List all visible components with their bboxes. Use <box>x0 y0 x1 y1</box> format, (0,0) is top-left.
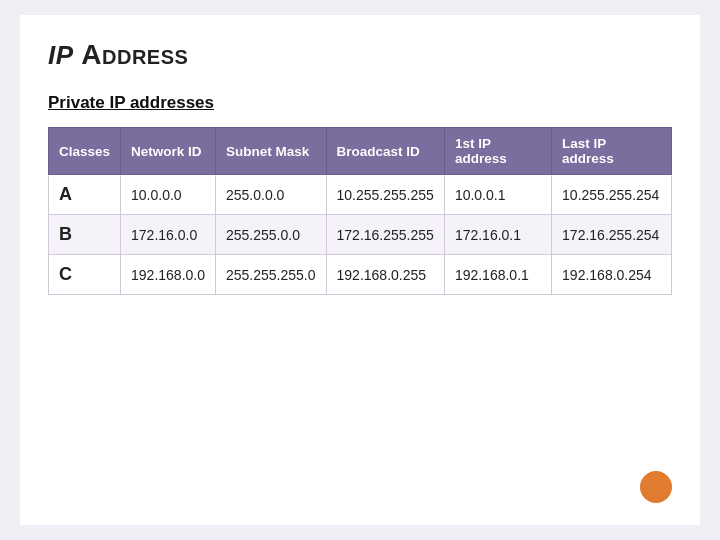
cell-first-ip: 10.0.0.1 <box>444 175 551 215</box>
cell-network-id: 10.0.0.0 <box>121 175 216 215</box>
cell-class: A <box>49 175 121 215</box>
ip-table: Classes Network ID Subnet Mask Broadcast… <box>48 127 672 295</box>
cell-first-ip: 172.16.0.1 <box>444 215 551 255</box>
cell-subnet-mask: 255.0.0.0 <box>216 175 327 215</box>
cell-broadcast-id: 172.16.255.255 <box>326 215 444 255</box>
table-row: A10.0.0.0255.0.0.010.255.255.25510.0.0.1… <box>49 175 672 215</box>
table-row: C192.168.0.0255.255.255.0192.168.0.25519… <box>49 255 672 295</box>
orange-dot-decoration <box>640 471 672 503</box>
table-row: B172.16.0.0255.255.0.0172.16.255.255172.… <box>49 215 672 255</box>
table-header-row: Classes Network ID Subnet Mask Broadcast… <box>49 128 672 175</box>
col-header-classes: Classes <box>49 128 121 175</box>
cell-broadcast-id: 10.255.255.255 <box>326 175 444 215</box>
title-address: Address <box>81 39 188 70</box>
page-title: IP Address <box>48 39 672 71</box>
cell-subnet-mask: 255.255.255.0 <box>216 255 327 295</box>
main-page: IP Address Private IP addresses Classes … <box>20 15 700 525</box>
col-header-last-ip: Last IP address <box>552 128 672 175</box>
col-header-first-ip: 1st IP address <box>444 128 551 175</box>
cell-class: B <box>49 215 121 255</box>
col-header-broadcast-id: Broadcast ID <box>326 128 444 175</box>
col-header-subnet-mask: Subnet Mask <box>216 128 327 175</box>
cell-last-ip: 192.168.0.254 <box>552 255 672 295</box>
cell-network-id: 172.16.0.0 <box>121 215 216 255</box>
cell-class: C <box>49 255 121 295</box>
section-title: Private IP addresses <box>48 93 672 113</box>
cell-network-id: 192.168.0.0 <box>121 255 216 295</box>
title-ip: IP <box>48 40 74 70</box>
cell-last-ip: 10.255.255.254 <box>552 175 672 215</box>
cell-last-ip: 172.16.255.254 <box>552 215 672 255</box>
cell-subnet-mask: 255.255.0.0 <box>216 215 327 255</box>
col-header-network-id: Network ID <box>121 128 216 175</box>
cell-first-ip: 192.168.0.1 <box>444 255 551 295</box>
cell-broadcast-id: 192.168.0.255 <box>326 255 444 295</box>
